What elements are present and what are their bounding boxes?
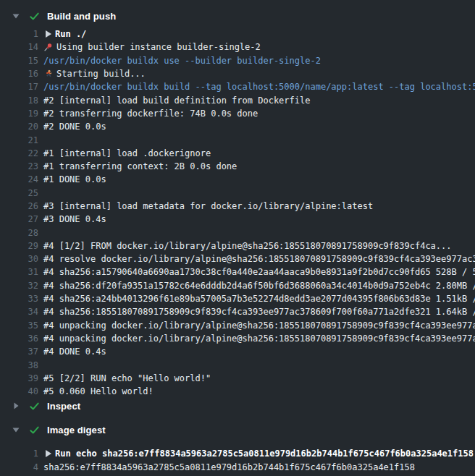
line-number[interactable]: 28 — [0, 228, 38, 238]
line-number[interactable]: 36 — [0, 333, 38, 344]
log-row: 15/usr/bin/docker buildx use --builder b… — [0, 54, 475, 67]
line-number[interactable]: 4 — [0, 462, 38, 472]
line-number[interactable]: 34 — [0, 307, 38, 317]
log-lines-build-and-push: 1Run ./14Using builder instance builder-… — [0, 27, 475, 398]
line-number[interactable]: 24 — [0, 174, 38, 184]
log-line-content: #1 [internal] load .dockerignore — [43, 148, 211, 158]
log-row: 35#4 unpacking docker.io/library/alpine@… — [0, 319, 475, 332]
log-line-content: #1 transferring context: 2B 0.0s done — [43, 161, 237, 171]
chevron-down-icon[interactable] — [12, 14, 20, 19]
log-line-content: #4 sha256:185518070891758909c9f839cf4ca3… — [43, 307, 475, 317]
log-text: #1 DONE 0.0s — [43, 174, 106, 184]
line-number[interactable]: 23 — [0, 161, 38, 171]
log-line-content: Run echo sha256:e7ff8834a5963a2785c5a081… — [43, 449, 474, 459]
chevron-right-icon[interactable] — [12, 402, 20, 409]
section-inspect: Inspect — [0, 398, 475, 414]
log-line-content: #4 sha256:a24bb4013296f61e89ba57005a7b3e… — [43, 294, 475, 304]
log-text: Run ./ — [55, 29, 86, 39]
line-number[interactable]: 1 — [0, 29, 38, 39]
line-number[interactable]: 25 — [0, 188, 38, 198]
log-row: 4sha256:e7ff8834a5963a2785c5a0811e979d16… — [0, 461, 475, 474]
line-number[interactable]: 33 — [0, 294, 38, 304]
log-line-content: #2 DONE 0.0s — [43, 122, 106, 132]
line-number[interactable]: 37 — [0, 347, 38, 357]
log-text: /usr/bin/docker buildx build --tag local… — [43, 82, 475, 92]
log-text: #4 [1/2] FROM docker.io/library/alpine@s… — [43, 241, 452, 251]
line-number[interactable]: 20 — [0, 122, 38, 132]
log-row: 26#3 [internal] load metadata for docker… — [0, 200, 475, 213]
log-text: /usr/bin/docker buildx use --builder bui… — [43, 56, 321, 66]
line-number[interactable]: 29 — [0, 241, 38, 251]
log-line-content: #3 DONE 0.4s — [43, 214, 106, 224]
line-number[interactable]: 14 — [0, 42, 38, 52]
log-row: 28 — [0, 226, 475, 239]
workflow-log-viewer: Build and push1Run ./14Using builder ins… — [0, 0, 475, 474]
section-header-build-and-push[interactable]: Build and push — [0, 0, 475, 26]
log-line-content: #1 DONE 0.0s — [43, 174, 106, 184]
line-number[interactable]: 21 — [0, 135, 38, 145]
log-line-content: Run ./ — [43, 29, 86, 39]
log-line-content: #5 [2/2] RUN echo "Hello world!" — [43, 373, 211, 383]
line-number[interactable]: 27 — [0, 214, 38, 224]
log-text: #4 unpacking docker.io/library/alpine@sh… — [43, 333, 475, 344]
section-header-inspect[interactable]: Inspect — [0, 398, 475, 414]
log-row: 1Run echo sha256:e7ff8834a5963a2785c5a08… — [0, 447, 475, 460]
log-text: #5 0.060 Hello world! — [43, 386, 154, 396]
log-text: #1 transferring context: 2B 0.0s done — [43, 161, 237, 171]
log-text: #2 DONE 0.0s — [43, 122, 106, 132]
section-build-and-push: Build and push1Run ./14Using builder ins… — [0, 0, 475, 398]
log-row: 24#1 DONE 0.0s — [0, 173, 475, 186]
log-text: #3 DONE 0.4s — [43, 214, 106, 224]
line-number[interactable]: 32 — [0, 281, 38, 291]
log-text: #4 sha256:a24bb4013296f61e89ba57005a7b3e… — [43, 294, 475, 304]
log-row: 22#1 [internal] load .dockerignore — [0, 147, 475, 160]
log-row: 21 — [0, 133, 475, 146]
line-number[interactable]: 17 — [0, 82, 38, 92]
line-number[interactable]: 30 — [0, 254, 38, 264]
log-row: 17/usr/bin/docker buildx build --tag loc… — [0, 80, 475, 93]
line-number[interactable]: 16 — [0, 69, 38, 79]
line-number[interactable]: 15 — [0, 56, 38, 66]
line-number[interactable]: 19 — [0, 109, 38, 119]
log-text: #4 unpacking docker.io/library/alpine@sh… — [43, 320, 475, 331]
log-text: #1 [internal] load .dockerignore — [43, 148, 211, 158]
expander-icon[interactable] — [46, 30, 51, 38]
check-icon — [29, 425, 40, 435]
pushpin-icon — [43, 43, 53, 52]
line-number[interactable]: 26 — [0, 201, 38, 211]
runner-icon — [43, 69, 53, 79]
line-number[interactable]: 39 — [0, 373, 38, 383]
line-number[interactable]: 1 — [0, 449, 38, 459]
line-number[interactable]: 38 — [0, 360, 38, 370]
log-row: 39#5 [2/2] RUN echo "Hello world!" — [0, 372, 475, 385]
log-text: #3 [internal] load metadata for docker.i… — [43, 201, 373, 211]
log-text: #4 sha256:a15790640a6690aa1730c38cf0a440… — [43, 267, 475, 277]
log-line-content: #2 transferring dockerfile: 74B 0.0s don… — [43, 109, 258, 119]
log-row: 30#4 resolve docker.io/library/alpine@sh… — [0, 252, 475, 265]
log-line-content: #3 [internal] load metadata for docker.i… — [43, 201, 373, 211]
log-text: Run echo sha256:e7ff8834a5963a2785c5a081… — [55, 449, 474, 459]
line-number[interactable]: 22 — [0, 148, 38, 158]
log-row: 18#2 [internal] load build definition fr… — [0, 93, 475, 106]
log-row: 40#5 0.060 Hello world! — [0, 385, 475, 398]
log-line-content: Starting build... — [43, 69, 146, 79]
log-row: 20#2 DONE 0.0s — [0, 120, 475, 133]
line-number[interactable]: 18 — [0, 95, 38, 106]
log-row: 1Run ./ — [0, 27, 475, 41]
section-title: Inspect — [47, 401, 80, 412]
log-line-content: sha256:e7ff8834a5963a2785c5a0811e979d16b… — [43, 462, 415, 472]
expander-icon[interactable] — [46, 450, 51, 457]
log-text: #4 resolve docker.io/library/alpine@sha2… — [43, 254, 475, 264]
log-text: #4 sha256:185518070891758909c9f839cf4ca3… — [43, 307, 475, 317]
log-row: 33#4 sha256:a24bb4013296f61e89ba57005a7b… — [0, 292, 475, 305]
log-line-content: #2 [internal] load build definition from… — [43, 95, 310, 106]
log-row: 31#4 sha256:a15790640a6690aa1730c38cf0a4… — [0, 265, 475, 279]
log-row: 34#4 sha256:185518070891758909c9f839cf4c… — [0, 305, 475, 318]
section-header-image-digest[interactable]: Image digest — [0, 422, 475, 438]
log-text: #2 [internal] load build definition from… — [43, 95, 310, 106]
chevron-down-icon[interactable] — [12, 428, 20, 433]
line-number[interactable]: 31 — [0, 267, 38, 277]
line-number[interactable]: 40 — [0, 386, 38, 396]
line-number[interactable]: 35 — [0, 320, 38, 331]
log-line-content: #4 sha256:a15790640a6690aa1730c38cf0a440… — [43, 267, 475, 277]
